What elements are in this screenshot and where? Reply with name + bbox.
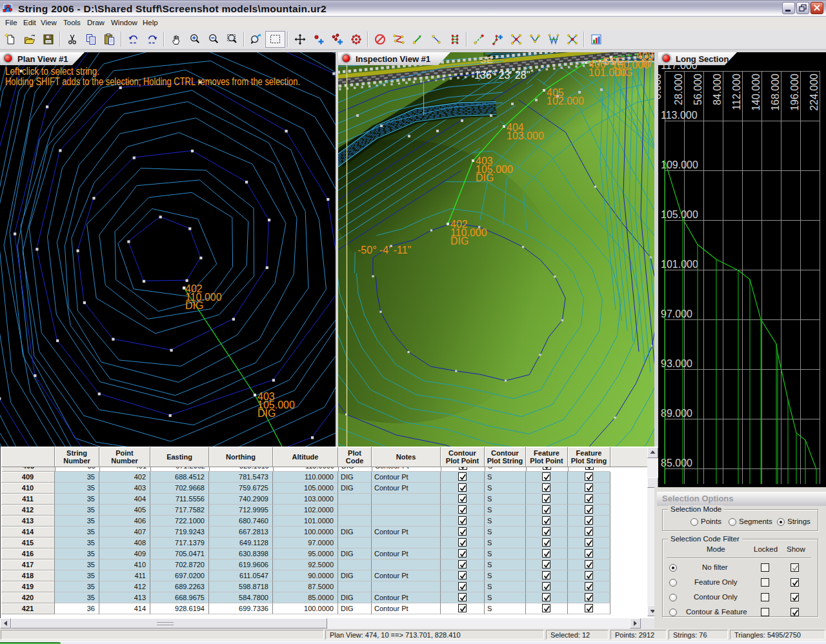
svg-text:102.000: 102.000 (547, 96, 584, 106)
svg-text:85.000: 85.000 (661, 458, 692, 468)
svg-text:89.000: 89.000 (661, 408, 692, 419)
svg-text:93.000: 93.000 (661, 358, 692, 369)
svg-text:DIG: DIG (450, 236, 468, 247)
svg-text:Left click to select string.: Left click to select string. (5, 66, 99, 77)
svg-text:136° 23' 28": 136° 23' 28" (474, 70, 530, 81)
svg-text:112.000: 112.000 (731, 74, 742, 110)
svg-text:224.000: 224.000 (809, 74, 820, 111)
svg-text:0.000: 0.000 (658, 74, 663, 99)
svg-text:168.000: 168.000 (770, 74, 781, 111)
svg-text:SSE: SSE (603, 56, 623, 67)
svg-text:196.000: 196.000 (789, 74, 800, 111)
svg-text:84.000: 84.000 (712, 74, 723, 105)
svg-text:97.000: 97.000 (661, 308, 692, 319)
svg-text:56.000: 56.000 (692, 74, 703, 105)
svg-text:28.000: 28.000 (673, 74, 684, 105)
svg-text:97.00: 97.00 (641, 58, 654, 69)
svg-text:DIG: DIG (185, 300, 203, 311)
svg-text:SE: SE (480, 54, 493, 65)
svg-text:-50° -4' -11": -50° -4' -11" (358, 245, 411, 256)
svg-text:DIG: DIG (257, 408, 276, 419)
svg-text:103.000: 103.000 (507, 130, 544, 141)
svg-text:101.000: 101.000 (661, 259, 698, 270)
svg-text:105.000: 105.000 (661, 209, 698, 220)
svg-text:113.000: 113.000 (661, 110, 698, 121)
svg-text:Holding SHIFT adds to the sele: Holding SHIFT adds to the selection; Hol… (5, 76, 300, 87)
svg-text:DIG: DIG (614, 67, 632, 78)
svg-text:DIG: DIG (476, 172, 494, 183)
svg-text:140.000: 140.000 (750, 74, 761, 111)
